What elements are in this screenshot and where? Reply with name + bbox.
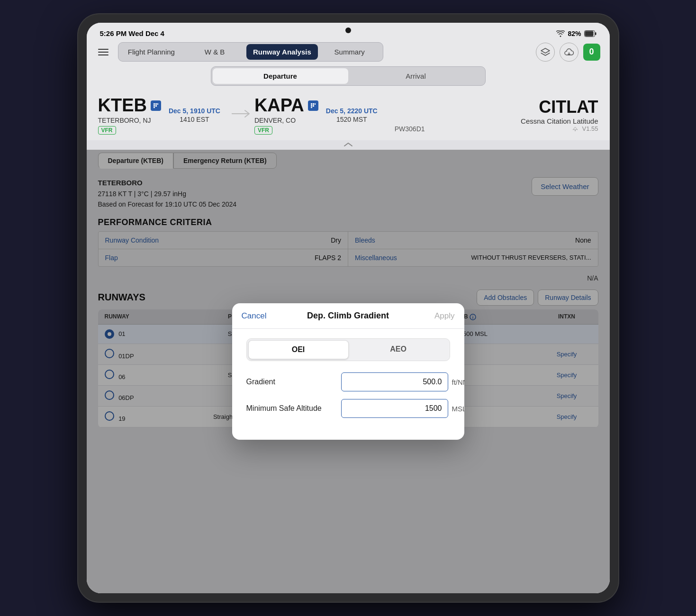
svg-rect-11 [315,103,316,105]
svg-rect-4 [155,103,157,105]
grid-icon [153,103,159,109]
origin-vfr: VFR [98,126,116,135]
dest-code: KAPA [254,95,318,116]
flight-arrow [232,108,251,122]
svg-rect-2 [595,32,597,35]
svg-rect-3 [154,103,155,105]
svg-rect-8 [154,107,155,108]
modal-header: Cancel Dep. Climb Gradient Apply [232,303,464,329]
tab-runway-analysis[interactable]: Runway Analysis [246,44,318,60]
ipad-screen: 5:26 PM Wed Dec 4 82% [87,23,610,593]
flight-info: KTEB TETERBORO, NJ VFR [87,90,610,140]
hamburger-menu[interactable] [96,47,110,57]
ipad-frame: 5:26 PM Wed Dec 4 82% [78,14,618,602]
toggle-oei[interactable]: OEI [248,340,349,359]
layers-icon [541,48,550,56]
toggle-aeo[interactable]: AEO [349,340,448,359]
wifi-icon [556,30,565,37]
top-nav: Flight Planning W & B Runway Analysis Su… [87,39,610,65]
altitude-input-wrap: MSL [341,399,464,418]
aircraft-engine: PW306D1 [395,125,425,133]
origin-time-block: Dec 5, 1910 UTC 1410 EST [169,107,220,123]
dest-name: DENVER, CO [254,117,318,124]
chevron-up-icon [343,142,354,148]
tab-summary[interactable]: Summary [318,44,381,60]
departure-arrival-nav: Departure Arrival [211,66,486,86]
gradient-input-wrap: ft/NM [341,372,464,391]
altitude-label: Minimum Safe Altitude [246,404,341,413]
gradient-input[interactable] [341,372,448,391]
origin-block: KTEB TETERBORO, NJ VFR [98,95,161,135]
modal-overlay[interactable]: Cancel Dep. Climb Gradient Apply OEI AEO… [87,150,610,593]
svg-rect-12 [311,105,312,107]
grid-icon-2 [310,103,316,109]
origin-icon[interactable] [151,100,161,111]
modal-apply-button[interactable]: Apply [422,311,455,321]
gradient-label: Gradient [246,378,341,386]
svg-rect-7 [155,105,157,107]
origin-date: Dec 5, 1910 UTC [169,107,220,115]
dest-vfr: VFR [254,126,272,135]
dep-climb-modal: Cancel Dep. Climb Gradient Apply OEI AEO… [232,303,464,440]
dest-icon[interactable] [308,100,318,111]
main-content[interactable]: Departure (KTEB) Emergency Return (KTEB)… [87,150,610,593]
dest-block: KAPA DENVER, CO VFR [254,95,318,135]
status-time: 5:26 PM Wed Dec 4 [100,29,164,37]
aircraft-version: V1.55 [572,125,598,133]
plane-icon [572,126,578,133]
camera-notch [345,27,351,33]
cloud-icon [564,48,574,56]
arrow-right-icon [232,108,251,119]
dest-time: 1520 MST [326,116,378,123]
status-right: 82% [556,30,596,37]
tab-flight-planning[interactable]: Flight Planning [120,44,183,60]
sub-tab-arrival[interactable]: Arrival [348,68,484,84]
layers-icon-btn[interactable] [536,43,555,62]
svg-rect-9 [311,103,312,105]
origin-code: KTEB [98,95,161,116]
altitude-row: Minimum Safe Altitude MSL [246,399,450,418]
svg-rect-1 [585,31,593,36]
toggle-group: OEI AEO [246,338,450,361]
modal-title: Dep. Climb Gradient [275,311,422,321]
svg-rect-14 [311,107,312,108]
nav-icons: 0 [536,43,600,62]
main-tab-nav: Flight Planning W & B Runway Analysis Su… [118,42,383,62]
gradient-row: Gradient ft/NM [246,372,450,391]
svg-rect-10 [313,103,314,105]
svg-rect-5 [157,103,158,105]
altitude-unit: MSL [452,405,464,413]
origin-name: TETERBORO, NJ [98,117,161,124]
dest-date: Dec 5, 2220 UTC [326,107,378,115]
cloud-icon-btn[interactable] [560,43,578,62]
aircraft-name: CITLAT [395,97,598,117]
tab-wb[interactable]: W & B [183,44,246,60]
aircraft-block: CITLAT Cessna Citation Latitude PW306D1 … [385,97,598,133]
battery-icon [584,30,597,37]
altitude-input[interactable] [341,399,448,418]
modal-cancel-button[interactable]: Cancel [242,311,275,321]
sub-tab-departure[interactable]: Departure [213,68,348,84]
modal-body: OEI AEO Gradient ft/NM [232,329,464,440]
aircraft-model: Cessna Citation Latitude [395,117,598,125]
origin-time: 1410 EST [169,116,220,123]
svg-rect-6 [154,105,155,107]
gradient-unit: ft/NM [452,378,464,386]
section-divider [87,140,610,150]
dest-time-block: Dec 5, 2220 UTC 1520 MST [326,107,378,123]
nav-badge[interactable]: 0 [583,44,600,61]
svg-rect-13 [313,105,314,107]
battery-percent: 82% [568,30,581,37]
